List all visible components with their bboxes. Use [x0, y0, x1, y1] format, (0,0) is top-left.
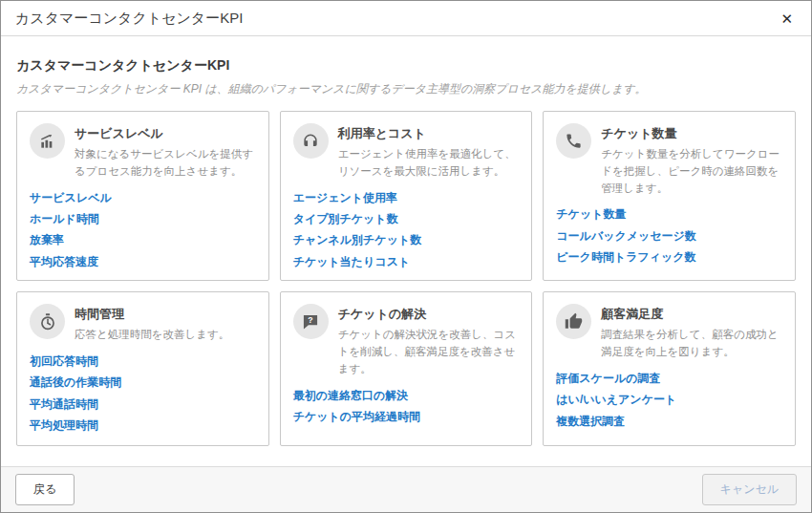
cancel-button[interactable]: キャンセル: [702, 474, 797, 505]
section-heading: カスタマーコンタクトセンターKPI: [16, 57, 796, 75]
kpi-link-cost-per-ticket[interactable]: チケット当たりコスト: [293, 255, 411, 268]
kpi-card-service-level: サービスレベル 対象になるサービスレベルを提供するプロセス能力を向上させます。 …: [16, 111, 269, 281]
card-description: 調査結果を分析して、顧客の成功と満足度を向上を図ります。: [601, 327, 782, 361]
kpi-link-abandon-rate[interactable]: 放棄率: [30, 233, 64, 246]
card-description: 応答と処理時間を改善します。: [75, 327, 256, 344]
kpi-card-customer-satisfaction: 顧客満足度 調査結果を分析して、顧客の成功と満足度を向上を図ります。 評価スケー…: [543, 291, 796, 446]
kpi-link-agent-utilization[interactable]: エージェント使用率: [293, 191, 397, 204]
kpi-card-utilization-cost: 利用率とコスト エージェント使用率を最適化して、リソースを最大限に活用します。 …: [280, 111, 533, 281]
section-description: カスタマーコンタクトセンター KPI は、組織のパフォーマンスに関するデータ主導…: [16, 81, 796, 97]
kpi-link-first-contact-resolution[interactable]: 最初の連絡窓口の解決: [293, 389, 409, 402]
headset-icon: [293, 123, 329, 159]
kpi-card-ticket-volume: チケット数量 チケット数量を分析してワークロードを把握し、ピーク時の連絡回数を管…: [543, 111, 796, 281]
kpi-card-time-management: 時間管理 応答と処理時間を改善します。 初回応答時間 通話後の作業時間 平均通話…: [16, 291, 269, 446]
dialog-title: カスタマーコンタクトセンターKPI: [15, 10, 243, 28]
close-icon[interactable]: ✕: [777, 8, 797, 30]
back-button[interactable]: 戻る: [15, 474, 75, 505]
kpi-link-avg-handle-time[interactable]: 平均処理時間: [30, 418, 98, 432]
kpi-link-avg-answer-speed[interactable]: 平均応答速度: [30, 255, 98, 268]
kpi-link-rating-scale-survey[interactable]: 評価スケールの調査: [556, 372, 660, 385]
card-description: 対象になるサービスレベルを提供するプロセス能力を向上させます。: [75, 146, 256, 181]
card-title: サービスレベル: [75, 123, 256, 142]
dialog-content: カスタマーコンタクトセンターKPI カスタマーコンタクトセンター KPI は、組…: [1, 36, 811, 466]
svg-text:?: ?: [308, 315, 312, 325]
kpi-card-ticket-resolution: ? チケットの解決 チケットの解決状況を改善し、コストを削減し、顧客満足度を改善…: [280, 291, 533, 446]
kpi-link-ticket-volume[interactable]: チケット数量: [556, 207, 626, 221]
bar-chart-icon: [30, 123, 65, 159]
chat-question-icon: ?: [293, 304, 329, 339]
stopwatch-icon: [30, 304, 65, 339]
kpi-link-after-call-work-time[interactable]: 通話後の作業時間: [30, 375, 121, 389]
dialog-titlebar: カスタマーコンタクトセンターKPI ✕: [1, 1, 811, 36]
kpi-card-grid: サービスレベル 対象になるサービスレベルを提供するプロセス能力を向上させます。 …: [16, 111, 796, 446]
thumbs-up-icon: [556, 304, 591, 339]
card-description: チケット数量を分析してワークロードを把握し、ピーク時の連絡回数を管理します。: [601, 146, 782, 197]
card-description: エージェント使用率を最適化して、リソースを最大限に活用します。: [338, 146, 520, 181]
kpi-link-yes-no-survey[interactable]: はい/いいえアンケート: [556, 393, 676, 406]
kpi-link-hold-time[interactable]: ホールド時間: [30, 212, 99, 225]
kpi-link-avg-ticket-age[interactable]: チケットの平均経過時間: [293, 410, 420, 423]
card-title: チケット数量: [601, 123, 782, 142]
kpi-link-multiple-choice-survey[interactable]: 複数選択調査: [556, 415, 625, 428]
kpi-link-tickets-by-channel[interactable]: チャンネル別チケット数: [293, 233, 422, 246]
phone-icon: [556, 123, 591, 159]
kpi-link-first-response-time[interactable]: 初回応答時間: [30, 354, 98, 368]
card-title: 時間管理: [75, 304, 256, 323]
dialog-footer: 戻る キャンセル: [1, 466, 811, 512]
kpi-dialog: カスタマーコンタクトセンターKPI ✕ カスタマーコンタクトセンターKPI カス…: [0, 0, 812, 513]
kpi-link-peak-hour-traffic[interactable]: ピーク時間トラフィック数: [556, 250, 695, 264]
card-title: 利用率とコスト: [338, 123, 520, 142]
kpi-link-avg-call-time[interactable]: 平均通話時間: [30, 397, 98, 411]
kpi-link-callback-messages[interactable]: コールバックメッセージ数: [556, 229, 696, 243]
card-title: チケットの解決: [338, 304, 520, 323]
card-title: 顧客満足度: [601, 304, 782, 323]
kpi-link-service-level[interactable]: サービスレベル: [30, 191, 112, 204]
kpi-link-tickets-by-type[interactable]: タイプ別チケット数: [293, 212, 398, 225]
card-description: チケットの解決状況を改善し、コストを削減し、顧客満足度を改善させます。: [338, 327, 520, 377]
